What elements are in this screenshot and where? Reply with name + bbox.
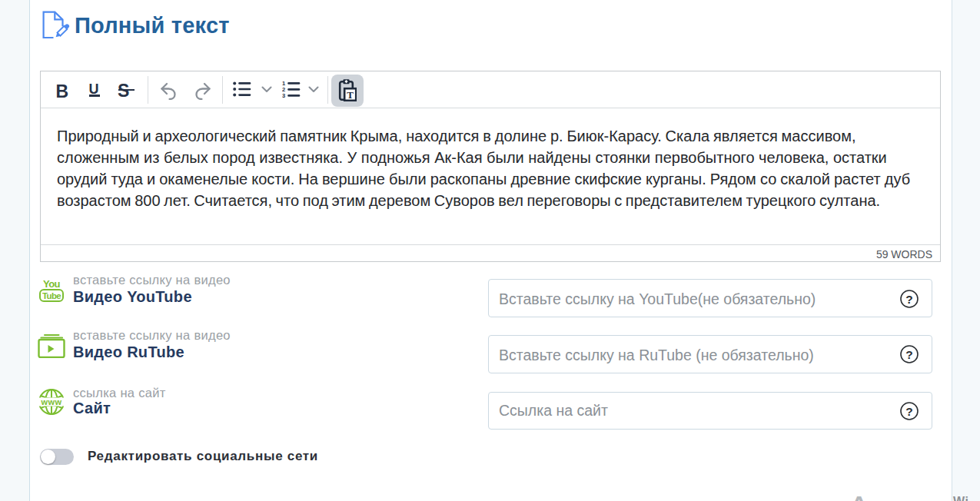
svg-text:?: ? xyxy=(905,293,912,306)
svg-text:You: You xyxy=(43,278,60,290)
svg-text:Tube: Tube xyxy=(42,291,61,300)
svg-text:T: T xyxy=(347,89,354,101)
svg-text:3: 3 xyxy=(282,92,285,99)
svg-text:?: ? xyxy=(905,348,912,361)
svg-text:?: ? xyxy=(905,405,912,418)
svg-text:www: www xyxy=(41,397,62,406)
